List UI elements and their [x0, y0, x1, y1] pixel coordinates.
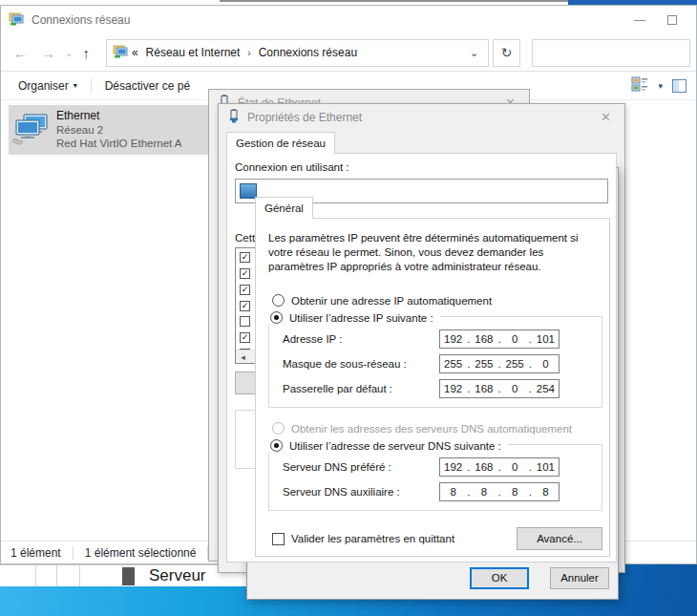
radio-selected-icon[interactable]: [270, 311, 283, 324]
breadcrumb-current[interactable]: Connexions réseau: [259, 46, 357, 59]
ip-octet: 255: [440, 358, 466, 370]
ip-address-input[interactable]: 192 168 0 101: [439, 329, 560, 349]
connection-adapter: Red Hat VirtIO Ethernet A: [56, 137, 181, 151]
ethernet-adapter-icon: [12, 113, 51, 148]
ip-groupbox: Adresse IP : 192 168 0 101 Masque de sou…: [268, 316, 602, 408]
search-input[interactable]: [532, 39, 690, 67]
general-tabpage: Les paramètres IP peuvent être déterminé…: [255, 218, 610, 557]
manual-dns-radio[interactable]: Utiliser l’adresse de serveur DNS suivan…: [268, 439, 508, 452]
dialog-footer: OK Annuler: [247, 557, 618, 599]
manual-dns-label: Utiliser l’adresse de serveur DNS suivan…: [289, 440, 501, 452]
dns-groupbox: Serveur DNS préféré : 192 168 0 101 Serv…: [268, 444, 602, 511]
ip-octet: 254: [533, 383, 559, 394]
address-input[interactable]: « Réseau et Internet › Connexions réseau…: [106, 39, 489, 67]
checked-checkbox-icon[interactable]: ✓: [240, 301, 250, 311]
ip-octet: 8: [502, 486, 528, 498]
checked-checkbox-icon[interactable]: ✓: [240, 252, 250, 263]
default-gateway-input[interactable]: 192 168 0 254: [439, 379, 560, 398]
radio-selected-icon[interactable]: [270, 439, 283, 452]
checked-checkbox-icon[interactable]: ✓: [240, 332, 250, 343]
connection-network: Réseau 2: [56, 123, 181, 138]
caption-buttons: —: [623, 9, 688, 32]
breadcrumb-root-chevrons[interactable]: «: [132, 46, 138, 59]
up-button[interactable]: ↑: [75, 45, 96, 61]
back-button[interactable]: ←: [7, 45, 34, 61]
tab-general[interactable]: Général: [255, 197, 313, 219]
preferred-dns-input[interactable]: 192 168 0 101: [439, 457, 560, 477]
subnet-mask-input[interactable]: 255 255 255 0: [439, 354, 560, 373]
maximize-button[interactable]: [656, 9, 688, 32]
auto-ip-radio[interactable]: Obtenir une adresse IP automatiquement: [272, 294, 609, 307]
ipv4-properties-dialog: Propriétés de : Protocole Internet versi…: [246, 167, 619, 600]
radio-unselected-icon[interactable]: [272, 294, 285, 307]
ethernet-connection-item[interactable]: Ethernet Réseau 2 Red Hat VirtIO Etherne…: [9, 105, 211, 155]
ip-octet: 8: [533, 486, 559, 498]
alternate-dns-label: Serveur DNS auxiliaire :: [283, 486, 439, 498]
auto-ip-label: Obtenir une adresse IP automatiquement: [291, 295, 492, 307]
manual-ip-label: Utiliser l’adresse IP suivante :: [289, 312, 433, 324]
advanced-button[interactable]: Avancé...: [517, 527, 602, 550]
address-bar: ← → ⌄ ↑ « Réseau et Internet › Connexion…: [1, 34, 696, 71]
subnet-mask-label: Masque de sous-réseau :: [283, 358, 439, 370]
ip-octet: 0: [502, 461, 528, 473]
location-icon: [113, 45, 128, 61]
window-titlebar: Connexions réseau —: [1, 6, 696, 34]
minimize-button[interactable]: —: [623, 9, 656, 32]
organize-menu-button[interactable]: Organiser ▾: [18, 79, 77, 93]
tab-network-management[interactable]: Gestion de réseau: [226, 132, 335, 154]
subnet-mask-row: Masque de sous-réseau : 255 255 255 0: [283, 354, 560, 373]
ip-octet: 8: [471, 486, 496, 498]
server-icon: [122, 567, 135, 585]
ip-address-label: Adresse IP :: [283, 333, 439, 345]
toolbar-separator: [91, 78, 92, 94]
view-mode-icon[interactable]: [631, 76, 648, 95]
background-window-edge: [220, 0, 568, 2]
network-connections-icon: [9, 12, 24, 29]
unchecked-checkbox-icon[interactable]: [240, 316, 250, 327]
ip-octet: 168: [471, 461, 496, 473]
radio-disabled-icon: [272, 422, 285, 435]
checked-checkbox-icon[interactable]: ✓: [240, 268, 250, 279]
items-count: 1 élément: [11, 546, 61, 560]
ip-octet: 0: [533, 358, 559, 370]
ip-address-row: Adresse IP : 192 168 0 101: [283, 329, 560, 349]
refresh-button[interactable]: ↻: [493, 39, 520, 67]
dialog-title: Propriétés de Ethernet: [247, 111, 362, 124]
cancel-button[interactable]: Annuler: [550, 567, 609, 589]
table-cell: [0, 565, 36, 586]
scroll-left-icon[interactable]: ◂: [236, 350, 250, 363]
manual-ip-radio[interactable]: Utiliser l’adresse IP suivante :: [268, 311, 440, 324]
window-title: Connexions réseau: [32, 13, 130, 27]
ethernet-item-text: Ethernet Réseau 2 Red Hat VirtIO Etherne…: [56, 109, 181, 151]
table-cell: [57, 565, 80, 586]
validate-label: Valider les paramètres en quittant: [291, 533, 454, 544]
status-separator: [73, 546, 74, 560]
disable-device-button[interactable]: Désactiver ce pé: [105, 79, 190, 93]
table-cell: [36, 565, 57, 586]
toolbar-view-controls: ▾: [631, 76, 679, 95]
default-gateway-label: Passerelle par défaut :: [283, 383, 439, 394]
preview-pane-icon[interactable]: [672, 79, 686, 93]
view-mode-chevron-icon[interactable]: ▾: [658, 81, 663, 91]
ip-octet: 0: [502, 383, 528, 394]
forward-button[interactable]: →: [34, 45, 62, 61]
preferred-dns-label: Serveur DNS préféré :: [283, 461, 439, 473]
ip-octet: 0: [502, 333, 528, 345]
ip-octet: 101: [533, 461, 559, 473]
server-label: Serveur: [149, 566, 206, 585]
validate-checkbox-row[interactable]: Valider les paramètres en quittant: [272, 533, 454, 545]
breadcrumb-separator-icon: ›: [247, 48, 250, 58]
alternate-dns-input[interactable]: 8 8 8 8: [439, 482, 560, 501]
alternate-dns-row: Serveur DNS auxiliaire : 8 8 8 8: [283, 482, 560, 501]
auto-dns-radio: Obtenir les adresses des serveurs DNS au…: [272, 422, 609, 435]
intro-text: Les paramètres IP peuvent être déterminé…: [268, 231, 600, 274]
maximize-icon: [667, 15, 677, 25]
recent-pages-chevron[interactable]: ⌄: [62, 48, 75, 58]
breadcrumb-parent[interactable]: Réseau et Internet: [146, 46, 241, 59]
ethernet-plug-icon: [228, 109, 240, 126]
checked-checkbox-icon[interactable]: ✓: [240, 285, 250, 295]
close-icon[interactable]: ✕: [597, 110, 615, 124]
unchecked-checkbox-icon[interactable]: [272, 533, 285, 545]
ok-button[interactable]: OK: [470, 567, 529, 589]
address-dropdown-icon[interactable]: ⌄: [466, 47, 482, 59]
